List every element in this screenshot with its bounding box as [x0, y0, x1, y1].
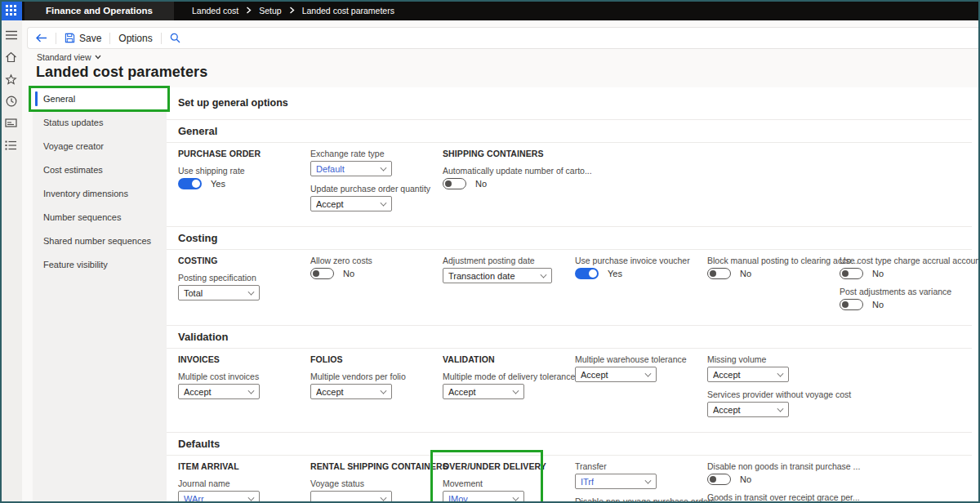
- nav-item-number-sequences[interactable]: Number sequences: [33, 205, 167, 229]
- field-label: Services provider without voyage cost: [707, 389, 831, 399]
- field-label: Multiple warehouse tolerance: [575, 354, 699, 364]
- field-column: COSTINGPosting specificationTotal: [178, 256, 302, 318]
- toggle-block-manual-posting-to-clearing-acco[interactable]: [707, 268, 731, 279]
- breadcrumb-item[interactable]: Setup: [259, 6, 281, 16]
- select-exchange-rate-type[interactable]: Default: [310, 161, 392, 176]
- field-group-header: FOLIOS: [310, 354, 434, 364]
- home-icon[interactable]: [5, 51, 18, 64]
- select-multiple-cost-invoices[interactable]: Accept: [178, 384, 260, 399]
- toggle-state-label: No: [740, 474, 751, 484]
- toggle-post-adjustments-as-variance[interactable]: [840, 299, 863, 310]
- field-column: Adjustment posting dateTransaction date: [443, 256, 567, 318]
- field-column: [840, 461, 964, 503]
- toggle-disable-non-goods-in-transit-purchase[interactable]: [707, 474, 731, 485]
- chevron-right-icon: [246, 7, 252, 14]
- field-column: VALIDATIONMultiple mode of delivery tole…: [443, 354, 567, 425]
- chevron-down-icon: [381, 387, 387, 394]
- section-title: General: [167, 120, 972, 143]
- field-automatically-update-number-of-carto: Automatically update number of carto...N…: [443, 166, 567, 189]
- nav-item-inventory-dimensions[interactable]: Inventory dimensions: [33, 181, 167, 205]
- section-general: GeneralPURCHASE ORDERUse shipping rateYe…: [167, 119, 972, 226]
- page-subtitle: Set up general options: [167, 97, 972, 109]
- select-voyage-status[interactable]: [310, 491, 392, 503]
- toggle-use-shipping-rate[interactable]: [178, 178, 202, 189]
- options-button[interactable]: Options: [110, 28, 160, 48]
- app-name[interactable]: Finance and Operations: [24, 0, 174, 20]
- select-posting-specification[interactable]: Total: [178, 285, 260, 300]
- field-label: Multiple cost invoices: [178, 372, 302, 381]
- toggle-row: No: [310, 268, 434, 279]
- search-icon: [170, 33, 180, 43]
- chevron-down-icon: [513, 494, 519, 501]
- save-button[interactable]: Save: [56, 28, 109, 48]
- select-services-provider-without-voyage-cost[interactable]: Accept: [707, 402, 789, 417]
- clock-icon[interactable]: [5, 95, 18, 108]
- select-multiple-warehouse-tolerance[interactable]: Accept: [575, 367, 657, 382]
- toggle-row: Yes: [575, 268, 699, 279]
- toggle-use-cost-type-charge-accrual-account[interactable]: [840, 268, 863, 279]
- field-exchange-rate-type: Exchange rate typeDefault: [310, 149, 434, 176]
- field-label: Multiple vendors per folio: [310, 372, 434, 381]
- field-column: Missing volumeAcceptServices provider wi…: [707, 354, 831, 425]
- chevron-right-icon: [289, 7, 295, 14]
- toggle-allow-zero-costs[interactable]: [310, 268, 334, 279]
- toggle-state-label: Yes: [211, 179, 225, 189]
- breadcrumb-item[interactable]: Landed cost: [192, 6, 238, 16]
- field-label: Allow zero costs: [310, 256, 434, 265]
- monitor-icon[interactable]: [5, 117, 18, 130]
- chevron-down-icon: [645, 370, 652, 376]
- toggle-use-purchase-invoice-voucher[interactable]: [575, 268, 599, 279]
- search-button[interactable]: [162, 28, 189, 48]
- field-label: Disable non-voyage purchase orders: [575, 496, 699, 503]
- select-transfer[interactable]: ITrf: [575, 474, 657, 489]
- select-movement[interactable]: IMov: [443, 491, 524, 503]
- modules-list-icon[interactable]: [5, 139, 18, 152]
- top-navigation-bar: Finance and Operations Landed cost Setup…: [0, 0, 980, 20]
- nav-item-feature-visibility[interactable]: Feature visibility: [33, 252, 167, 276]
- toggle-knob: [445, 180, 452, 187]
- section-fields: INVOICESMultiple cost invoicesAcceptFOLI…: [167, 349, 972, 432]
- chevron-down-icon: [248, 494, 255, 501]
- options-label: Options: [118, 33, 152, 44]
- select-update-purchase-order-quantity[interactable]: Accept: [310, 196, 392, 211]
- field-label: Block manual posting to clearing acco...: [707, 256, 831, 265]
- chevron-down-icon: [95, 55, 101, 60]
- view-selector[interactable]: Standard view: [37, 52, 101, 62]
- field-missing-volume: Missing volumeAccept: [707, 354, 831, 382]
- star-icon[interactable]: [5, 73, 18, 86]
- select-journal-name[interactable]: WArr: [178, 491, 260, 503]
- save-disk-icon: [65, 33, 75, 43]
- hamburger-menu-icon[interactable]: [5, 29, 18, 42]
- nav-item-cost-estimates[interactable]: Cost estimates: [33, 158, 167, 181]
- field-group-header: VALIDATION: [443, 354, 567, 364]
- select-value: IMov: [448, 494, 468, 503]
- breadcrumb-item[interactable]: Landed cost parameters: [302, 6, 394, 16]
- field-column: RENTAL SHIPPING CONTAINERSVoyage statusJ…: [310, 461, 434, 503]
- nav-item-voyage-creator[interactable]: Voyage creator: [33, 134, 167, 158]
- select-multiple-vendors-per-folio[interactable]: Accept: [310, 384, 392, 399]
- field-label: Update purchase order quantity: [310, 184, 434, 194]
- select-multiple-mode-of-delivery-tolerance[interactable]: Accept: [443, 384, 524, 399]
- nav-item-label: Shared number sequences: [43, 236, 151, 246]
- field-label: Automatically update number of carto...: [443, 166, 567, 176]
- nav-item-label: Cost estimates: [43, 165, 103, 175]
- toggle-knob: [710, 476, 716, 483]
- toggle-row: No: [840, 268, 964, 279]
- field-post-adjustments-as-variance: Post adjustments as varianceNo: [840, 287, 964, 310]
- section-fields: PURCHASE ORDERUse shipping rateYesExchan…: [167, 143, 972, 226]
- select-adjustment-posting-date[interactable]: Transaction date: [443, 268, 552, 283]
- field-group-header: SHIPPING CONTAINERS: [443, 149, 567, 158]
- app-launcher-button[interactable]: [0, 0, 22, 20]
- back-arrow-icon: [36, 33, 47, 42]
- field-voyage-status: Voyage status: [310, 479, 434, 503]
- nav-item-shared-number-sequences[interactable]: Shared number sequences: [33, 229, 167, 252]
- back-button[interactable]: [28, 28, 56, 48]
- toggle-automatically-update-number-of-carto[interactable]: [443, 178, 466, 189]
- nav-item-label: Inventory dimensions: [43, 189, 128, 198]
- nav-item-status-updates[interactable]: Status updates: [33, 110, 167, 134]
- select-value: Accept: [713, 370, 741, 380]
- select-missing-volume[interactable]: Accept: [707, 367, 789, 382]
- nav-item-general[interactable]: General: [33, 87, 167, 110]
- chevron-down-icon: [541, 271, 547, 278]
- select-value: Accept: [184, 387, 212, 397]
